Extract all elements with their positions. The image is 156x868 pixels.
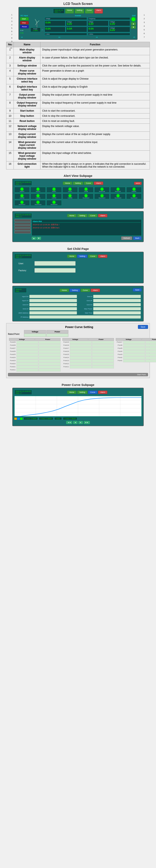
pcs-voltage-input[interactable] <box>123 341 145 344</box>
ip-address-input[interactable] <box>29 315 141 319</box>
settings-save-btn[interactable]: Save <box>133 288 142 291</box>
alert-item[interactable]: GridOV <box>46 187 62 193</box>
start-point-btn[interactable]: Start Point <box>8 373 148 376</box>
pcs-voltage-input[interactable] <box>17 344 38 347</box>
pcs-voltage-input[interactable] <box>123 353 145 356</box>
ad-btn-curve[interactable]: Curve <box>88 214 97 217</box>
start-time-input[interactable] <box>93 311 141 314</box>
pcs-power-input[interactable] <box>92 344 114 347</box>
pcs-power-input[interactable] <box>92 360 114 362</box>
grid-uv-input[interactable] <box>29 307 77 310</box>
alert-btn-home[interactable]: Home <box>63 182 72 185</box>
user-input[interactable] <box>34 261 75 266</box>
factory-input[interactable] <box>34 268 75 273</box>
alert-btn-curve[interactable]: Curve <box>84 182 93 185</box>
pcs-power-input[interactable] <box>145 356 156 359</box>
pcs-power-input[interactable] <box>39 356 61 359</box>
pcs-voltage-input[interactable] <box>17 366 38 368</box>
alloff-btn[interactable]: AllOff <box>134 182 142 185</box>
pcs-voltage-input[interactable] <box>123 347 145 350</box>
pcs-power-input[interactable] <box>92 341 114 344</box>
pcs-voltage-input[interactable] <box>70 353 92 356</box>
sd-btn-setting[interactable]: Setting <box>70 289 80 292</box>
stop-button[interactable]: Stop <box>20 21 29 24</box>
alert-item[interactable]: GridOff5 <box>62 193 78 199</box>
pcs-power-input[interactable] <box>39 347 61 350</box>
alert-item[interactable]: Reserved14 <box>94 193 110 199</box>
refresh-btn[interactable]: Refresh <box>121 236 132 240</box>
pcs-voltage-input[interactable] <box>70 341 92 344</box>
pcs-power-input[interactable] <box>92 366 114 368</box>
pcs-power-input[interactable] <box>92 353 114 356</box>
pcs-power-input[interactable] <box>39 353 61 356</box>
start-button[interactable]: Start <box>20 17 29 21</box>
pcs-voltage-input[interactable] <box>17 363 38 365</box>
sc-btn-alarm[interactable]: Alarm <box>98 255 107 258</box>
pcs-voltage-input[interactable] <box>70 350 92 353</box>
pcs-power-input[interactable] <box>39 360 61 362</box>
curve-btn-alarm[interactable]: Alarm <box>98 391 107 394</box>
alert-item[interactable]: Reserved7 <box>110 187 126 193</box>
pcs-power-input[interactable] <box>39 341 61 344</box>
curve-btn-home[interactable]: Home <box>67 391 76 394</box>
pcs-power-input[interactable] <box>145 360 156 362</box>
alert-item[interactable]: Reserved13 <box>79 193 94 199</box>
max-power-input[interactable] <box>93 307 141 310</box>
ad-btn-home[interactable]: Home <box>67 214 76 217</box>
pcs-voltage-input[interactable] <box>123 344 145 347</box>
alert-item[interactable]: GridOff4 <box>46 193 62 199</box>
grid-uf-input[interactable] <box>93 299 141 302</box>
pcs-power-input[interactable] <box>92 347 114 350</box>
up-arrow-btn[interactable]: ▲ <box>32 237 36 240</box>
pcs-power-input[interactable] <box>92 350 114 353</box>
alert-item[interactable]: Reserved19 <box>46 200 62 206</box>
curve-nav-ff[interactable]: ►► <box>84 421 90 424</box>
pcs-power-input[interactable] <box>145 341 156 344</box>
alert-btn-alarm[interactable]: Alarm <box>94 182 103 185</box>
lcd-btn-home[interactable]: Home <box>65 9 74 13</box>
lcd-btn-curve[interactable]: Curve <box>85 9 94 13</box>
pcs-power-input[interactable] <box>92 363 114 365</box>
alert-item[interactable]: GridOff3 <box>30 193 46 199</box>
alert-item[interactable]: Reserved6 <box>94 187 110 193</box>
alert-item[interactable]: Reserved17 <box>14 200 30 206</box>
ad-btn-setting[interactable]: Setting <box>77 214 88 217</box>
alert-item[interactable]: Reserved15 <box>110 193 126 199</box>
reset-button[interactable]: Reset <box>20 25 29 28</box>
lcd-btn-alarm[interactable]: Alarm <box>94 9 103 13</box>
alert-item[interactable]: GridOff1 <box>126 187 142 193</box>
grid-ov-input[interactable] <box>29 303 77 306</box>
pcs-voltage-input[interactable] <box>70 344 92 347</box>
sc-btn-curve[interactable]: Curve <box>88 255 97 258</box>
alert-item[interactable]: InputUV <box>30 187 46 193</box>
pcs-voltage-input[interactable] <box>70 360 92 362</box>
pcs-voltage-input[interactable] <box>17 356 38 359</box>
sd-btn-home[interactable]: Home <box>60 289 69 292</box>
input-ov-input[interactable] <box>29 295 77 298</box>
alert-item[interactable]: InputOV <box>14 187 30 193</box>
pcs-voltage-input[interactable] <box>123 350 145 353</box>
pcs-voltage-input[interactable] <box>17 360 38 362</box>
pcs-voltage-input[interactable] <box>123 360 145 362</box>
pcs-voltage-input[interactable] <box>70 363 92 365</box>
pcs-voltage-input[interactable] <box>70 356 92 359</box>
pcs-power-input[interactable] <box>39 350 61 353</box>
alert-item[interactable]: Reserved16 <box>126 193 142 199</box>
sd-btn-alarm[interactable]: Alarm <box>91 289 100 292</box>
pcs-power-input[interactable] <box>39 366 61 368</box>
pcs-power-input[interactable] <box>39 363 61 365</box>
pcs-save-btn[interactable]: Save <box>138 325 148 329</box>
input-uv-input[interactable] <box>29 299 77 302</box>
nav-down-btn[interactable]: ▼ <box>131 26 136 29</box>
pcs-power-input[interactable] <box>92 356 114 359</box>
lcd-btn-setting[interactable]: Setting <box>75 9 84 13</box>
alert-item[interactable]: GridUV <box>62 187 78 193</box>
curve-btn-setting[interactable]: Setting <box>77 391 88 394</box>
grid-of-input[interactable] <box>93 295 141 298</box>
grid-on-input[interactable] <box>93 303 141 306</box>
aws-address-input[interactable] <box>29 311 77 314</box>
pcs-voltage-input[interactable] <box>17 350 38 353</box>
pcs-power-input[interactable] <box>145 344 156 347</box>
sc-btn-home[interactable]: Home <box>67 255 76 258</box>
rated-voltage-input[interactable] <box>24 334 46 337</box>
